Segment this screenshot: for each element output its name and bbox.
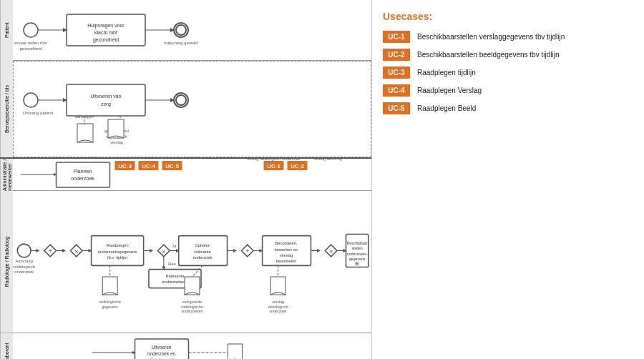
diagram-area: Patient Hulpvragen voor klacht mbt gezon… (0, 0, 372, 359)
svg-point-0 (24, 23, 38, 37)
svg-text:(b.v. tijdlijn): (b.v. tijdlijn) (107, 255, 128, 260)
svg-text:relevante: relevante (194, 250, 211, 254)
svg-text:Aanvraag: Aanvraag (15, 259, 33, 263)
svg-point-19 (176, 95, 186, 105)
svg-text:Nee: Nee (168, 262, 176, 266)
svg-text:verslag: verslag (110, 140, 123, 144)
uc-item-5: UC-5Raadplegen Beeld (383, 102, 633, 114)
laborant-label: Laborant (0, 333, 13, 359)
uc-item-2: UC-2Beschikbaarstellen beeldgegevens tbv… (383, 49, 633, 61)
svg-text:gezondheid: gezondheid (93, 37, 119, 43)
swimlane-admin: Administratie / medewerker Plannen onder… (0, 159, 371, 191)
legend-area: Usecases: UC-1Beschikbaarstellen verslag… (372, 0, 644, 359)
uc-desc-1: Beschikbaarstellen verslaggegevens tbv t… (417, 33, 565, 41)
uc-badge-2: UC-2 (383, 49, 410, 61)
svg-text:Beoordelen,: Beoordelen, (275, 241, 298, 245)
swimlane-laborant: Laborant Uitvoeren onderzoek en makan be… (0, 333, 371, 359)
svg-text:onderzoeks-: onderzoeks- (347, 252, 368, 256)
svg-point-45 (17, 244, 31, 257)
uc-badge-3: UC-3 (383, 67, 410, 79)
svg-text:+: + (245, 247, 250, 255)
svg-text:radiologisch: radiologisch (13, 265, 35, 269)
svg-text:Uitvoeren: Uitvoeren (152, 345, 172, 350)
svg-text:radiologisch: radiologisch (268, 305, 288, 309)
svg-rect-87 (185, 277, 200, 295)
svg-text:UC-5: UC-5 (165, 163, 179, 169)
svg-text:radiologische: radiologische (99, 300, 121, 304)
uc-badge-5: UC-5 (383, 102, 410, 114)
svg-text:UC-4: UC-4 (142, 163, 155, 169)
swimlane-patient: Patient Hulpvragen voor klacht mbt gezon… (0, 0, 371, 61)
top-swimlanes: Patient Hulpvragen voor klacht mbt gezon… (0, 0, 371, 157)
svg-text:Ja: Ja (172, 244, 177, 248)
svg-text:Hulpvragen voor: Hulpvragen voor (87, 23, 125, 29)
svg-text:onderzoek: onderzoek (193, 255, 213, 260)
svg-rect-21 (77, 124, 93, 142)
admin-label: Administratie / medewerker (0, 159, 13, 191)
radiologie-label: Radiologie / Radioloog (0, 191, 13, 333)
svg-text:Uitvoeren van: Uitvoeren van (90, 94, 121, 99)
uc-desc-2: Beschikbaarstellen beeldgegevens tbv tij… (417, 51, 559, 59)
svg-rect-14 (67, 84, 145, 116)
svg-text:verslag: verslag (280, 253, 293, 257)
svg-text:zorg: zorg (101, 102, 111, 107)
svg-rect-92 (270, 277, 286, 295)
swimlane-radiologie: Radiologie / Radioloog Aanvraag ra (0, 191, 371, 333)
svg-rect-27 (108, 119, 124, 138)
svg-text:beoordelen: beoordelen (276, 259, 297, 263)
svg-text:verslag: verslag (272, 300, 284, 304)
svg-text:ervaar reden mbt: ervaar reden mbt (14, 41, 47, 45)
uc-badge-1: UC-1 (383, 31, 410, 43)
svg-rect-83 (102, 277, 117, 295)
svg-text:uitslag factoring: uitslag factoring (314, 159, 342, 161)
svg-text:voorgaande: voorgaande (182, 300, 203, 304)
uc-item-4: UC-4Raadplegen Verslag (383, 84, 633, 97)
svg-rect-29 (57, 162, 110, 187)
svg-text:radiologische: radiologische (181, 305, 203, 309)
uc-desc-4: Raadplegen Verslag (417, 87, 482, 94)
uc-desc-3: Raadplegen tijdlijn (417, 69, 476, 77)
svg-text:uitslag radiologisch onderzoek: uitslag radiologisch onderzoek (248, 159, 301, 161)
svg-text:×: × (162, 247, 165, 255)
uc-item-3: UC-3Raadplegen tijdlijn (383, 67, 633, 79)
svg-text:Beschikbaar: Beschikbaar (347, 241, 368, 245)
bottom-swimlane: Administratie / medewerker Plannen onder… (0, 157, 371, 359)
beroep-label: Beroepsexercitie / bls (0, 61, 13, 157)
svg-text:Ontvang patient: Ontvang patient (23, 111, 54, 115)
uc-item-1: UC-1Beschikbaarstellen verslaggegevens t… (383, 31, 633, 43)
svg-text:+: + (48, 247, 52, 255)
svg-text:onderzoeken: onderzoeken (181, 309, 203, 313)
svg-text:UC-1: UC-1 (267, 163, 280, 169)
svg-text:UC-3: UC-3 (118, 163, 132, 169)
svg-text:onderzoeksgegevens: onderzoeksgegevens (98, 250, 137, 254)
uc-desc-5: Raadplegen Beeld (417, 104, 476, 112)
svg-point-8 (176, 25, 186, 35)
usecases-title: Usecases: (383, 11, 633, 22)
svg-text:klacht mbt: klacht mbt (94, 30, 117, 35)
svg-text:×: × (329, 247, 333, 255)
svg-text:⊞: ⊞ (355, 260, 359, 267)
uc-badge-4: UC-4 (383, 84, 410, 97)
swimlane-beroep: Beroepsexercitie / bls Uitvoeren van zor… (0, 61, 371, 157)
svg-text:onderzoeken?: onderzoeken? (162, 280, 187, 284)
svg-text:gegevens: gegevens (102, 305, 118, 309)
svg-text:UC-2: UC-2 (291, 163, 304, 169)
svg-text:Relevante: Relevante (166, 274, 185, 278)
svg-text:onderzoek en: onderzoek en (147, 351, 176, 356)
patient-label: Patient (0, 0, 13, 61)
svg-text:stellen: stellen (352, 246, 363, 250)
svg-text:gezondheid: gezondheid (19, 46, 42, 51)
svg-text:onderzoek: onderzoek (269, 309, 287, 313)
svg-text:Raadplegen: Raadplegen (107, 243, 129, 247)
svg-rect-113 (228, 344, 243, 359)
svg-text:Ophalen: Ophalen (195, 243, 210, 247)
svg-text:Plannen: Plannen (74, 169, 92, 174)
svg-text:×: × (74, 247, 78, 255)
svg-text:bewerken en: bewerken en (275, 247, 298, 252)
svg-text:onderzoek: onderzoek (14, 270, 34, 274)
svg-text:hulpvraag gesteld: hulpvraag gesteld (164, 41, 197, 45)
svg-text:onderzoek: onderzoek (71, 176, 94, 181)
svg-point-12 (24, 93, 38, 107)
